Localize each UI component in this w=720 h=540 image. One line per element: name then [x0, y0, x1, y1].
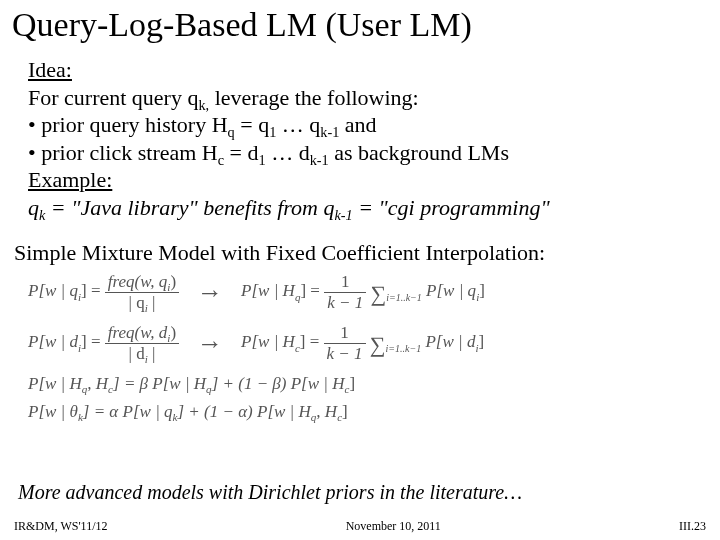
idea-line1b: leverage the following: [209, 85, 419, 110]
idea-line1-sub: k, [198, 97, 209, 113]
mixture-line: Simple Mixture Model with Fixed Coeffici… [14, 240, 545, 266]
e1-lhs-end: ] = [81, 281, 105, 300]
idea-b1s3: k-1 [320, 124, 339, 140]
ex-b: = "Java library" benefits from q [45, 195, 334, 220]
e4a: P[w | θ [28, 402, 78, 421]
example-heading: Example: [28, 167, 112, 192]
sigma-icon: ∑ [370, 332, 386, 358]
arrow-icon: → [197, 329, 223, 359]
eq-row-2: P[w | di] = freq(w, di) | di | → P[w | H… [28, 323, 698, 364]
footer-center: November 10, 2011 [346, 519, 441, 534]
e2-num-a: freq(w, d [108, 323, 168, 342]
eq-row-1: P[w | qi] = freq(w, qi) | qi | → P[w | H… [28, 272, 698, 313]
e2-lhs: P[w | d [28, 332, 78, 351]
e3c: ] = β P[w | H [113, 374, 206, 393]
advanced-line: More advanced models with Dirichlet prio… [18, 481, 522, 504]
idea-b2a: • prior click stream H [28, 140, 218, 165]
eq-row-4: P[w | θk] = α P[w | qk] + (1 − α) P[w | … [28, 402, 698, 422]
e1-num-a: freq(w, q [108, 272, 168, 291]
e2-tail-a: P[w | d [425, 332, 475, 351]
e1-den-a: | q [129, 293, 145, 312]
e3d: ] + (1 − β) P[w | H [212, 374, 345, 393]
idea-b2c: … d [266, 140, 310, 165]
e1-f2-num: 1 [324, 272, 366, 293]
idea-b2s3: k-1 [310, 152, 329, 168]
e2r-b: ] = [300, 332, 324, 351]
e2-num-b: ) [170, 323, 176, 342]
footer: IR&DM, WS'11/12 November 10, 2011 III.23 [0, 519, 720, 534]
e1r-a: P[w | H [241, 281, 295, 300]
footer-right: III.23 [679, 519, 706, 534]
idea-b1d: and [339, 112, 376, 137]
e3a: P[w | H [28, 374, 82, 393]
e2r-a: P[w | H [241, 332, 295, 351]
footer-left: IR&DM, WS'11/12 [14, 519, 108, 534]
e2-tail-b: ] [479, 332, 485, 351]
e1-tail-b: ] [479, 281, 485, 300]
e2-lhs-end: ] = [81, 332, 105, 351]
ex-s2: k-1 [335, 207, 353, 223]
slide: Query-Log-Based LM (User LM) Idea: For c… [0, 0, 720, 540]
idea-b2s2: 1 [259, 152, 266, 168]
idea-block: Idea: For current query qk, leverage the… [28, 56, 698, 221]
idea-heading: Idea: [28, 57, 72, 82]
e4e: ] [342, 402, 348, 421]
idea-b1a: • prior query history H [28, 112, 228, 137]
e2-f2-num: 1 [324, 323, 366, 344]
sigma-icon: ∑ [370, 281, 386, 307]
idea-b2d: as background LMs [329, 140, 509, 165]
e1-f2-den: k − 1 [324, 293, 366, 313]
e1-num-b: ) [170, 272, 176, 291]
ex-c: = "cgi programming" [353, 195, 550, 220]
equation-area: P[w | qi] = freq(w, qi) | qi | → P[w | H… [28, 272, 698, 430]
e1-den-b: | [148, 293, 156, 312]
idea-b1c: … q [276, 112, 320, 137]
e2-den-b: | [148, 344, 156, 363]
e2-den-a: | d [129, 344, 145, 363]
e1r-b: ] = [300, 281, 324, 300]
e4d: , H [316, 402, 337, 421]
e2-sumsub: i=1..k−1 [386, 343, 422, 354]
idea-b1b: = q [235, 112, 269, 137]
e4b: ] = α P[w | q [83, 402, 173, 421]
e1-lhs: P[w | q [28, 281, 78, 300]
e1-sumsub: i=1..k−1 [386, 292, 422, 303]
eq-row-3: P[w | Hq, Hc] = β P[w | Hq] + (1 − β) P[… [28, 374, 698, 394]
e3e: ] [349, 374, 355, 393]
idea-b2b: = d [224, 140, 258, 165]
arrow-icon: → [197, 278, 223, 308]
idea-b1s1: q [228, 124, 235, 140]
slide-title: Query-Log-Based LM (User LM) [12, 6, 472, 44]
e3b: , H [87, 374, 108, 393]
e1-tail-a: P[w | q [426, 281, 476, 300]
e2-f2-den: k − 1 [324, 344, 366, 364]
e4c: ] + (1 − α) P[w | H [177, 402, 310, 421]
idea-line1a: For current query q [28, 85, 198, 110]
ex-a: q [28, 195, 39, 220]
